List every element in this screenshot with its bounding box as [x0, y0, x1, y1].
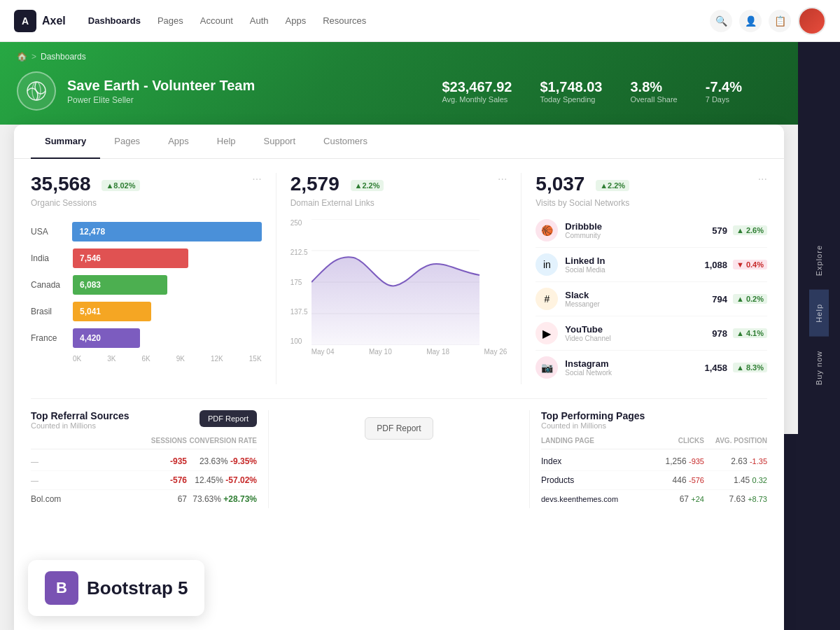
hero-info: Save Earth - Volunteer Team Power Elite …: [67, 78, 255, 105]
tabs-bar: Summary Pages Apps Help Support Customer…: [14, 125, 784, 159]
y-2125: 212.5: [290, 248, 312, 256]
bar-row-india: India 7,546: [31, 248, 262, 268]
x-may04: May 04: [312, 348, 335, 356]
referral-section: Top Referral Sources Counted in Millions…: [31, 410, 269, 508]
slack-info: Slack Messanger: [565, 290, 712, 308]
hero-subtitle: Power Elite Seller: [67, 95, 255, 105]
dribbble-info: Dribbble Community: [565, 221, 712, 239]
bar-country-india: India: [31, 253, 66, 263]
bar-country-brasil: Brasil: [31, 307, 66, 316]
instagram-change: ▲ 8.3%: [733, 363, 767, 372]
domain-badge: ▲ 2.2%: [351, 180, 384, 191]
y-1375: 137.5: [290, 308, 312, 316]
metric-dots-1[interactable]: ···: [252, 173, 261, 186]
breadcrumb: 🏠 > Dashboards: [17, 52, 742, 62]
dribbble-type: Community: [565, 232, 712, 239]
linkedin-info: Linked In Social Media: [565, 255, 704, 274]
performing-section: Top Performing Pages Counted in Millions…: [529, 410, 767, 508]
instagram-value: 1,458: [704, 363, 727, 373]
social-value: 5,037 ▲ 2.2%: [536, 173, 629, 195]
right-sidebar: Explore Help Buy now: [798, 0, 840, 630]
organic-label: Organic Sessions: [31, 198, 140, 208]
hero-stat-value3: 3.8%: [630, 79, 677, 95]
notification-icon[interactable]: 👤: [739, 10, 762, 32]
bar-india: 7,546: [73, 248, 188, 268]
middle-bottom-section: PDF Report: [280, 410, 518, 508]
youtube-icon: ▶: [536, 322, 558, 344]
referral-row-3: Bol.com 67 73.63% +28.73%: [31, 490, 257, 508]
brand-icon: A: [14, 10, 36, 32]
instagram-info: Instagram Social Network: [565, 358, 704, 377]
bar-country-usa: USA: [31, 227, 65, 237]
top-grid: 35,568 ▲ 8.02% Organic Sessions ··· USA …: [31, 173, 767, 384]
search-icon[interactable]: 🔍: [710, 10, 732, 32]
bottom-grid: Top Referral Sources Counted in Millions…: [31, 398, 767, 508]
settings-icon[interactable]: 📋: [769, 10, 791, 32]
domain-links-section: 2,579 ▲ 2.2% Domain External Links ··· 2…: [276, 173, 522, 384]
nav-resources[interactable]: Resources: [323, 15, 366, 26]
dashboard-card: Summary Pages Apps Help Support Customer…: [14, 125, 784, 630]
slack-value: 794: [712, 294, 727, 304]
navbar: A Axel Dashboards Pages Account Auth App…: [0, 0, 840, 42]
nav-pages[interactable]: Pages: [158, 15, 183, 26]
social-item-slack: # Slack Messanger 794 ▲ 0.2%: [536, 282, 767, 316]
performing-row-3: devs.keenthemes.com 67 +24 7.63 +8.73: [541, 490, 767, 508]
youtube-info: YouTube Video Channel: [565, 324, 712, 342]
linkedin-name: Linked In: [565, 255, 704, 266]
linkedin-change: ▼ 0.4%: [733, 260, 767, 270]
social-item-linkedin: in Linked In Social Media 1,088 ▼ 0.4%: [536, 248, 767, 282]
performing-subtitle: Counted in Millions: [541, 421, 645, 430]
slack-name: Slack: [565, 290, 712, 300]
x-may18: May 18: [426, 348, 449, 356]
avatar[interactable]: [798, 7, 826, 35]
youtube-name: YouTube: [565, 324, 712, 335]
y-100: 100: [290, 337, 312, 345]
domain-label: Domain External Links: [290, 198, 384, 208]
brand[interactable]: A Axel: [14, 10, 66, 32]
home-icon[interactable]: 🏠: [17, 52, 27, 62]
hero-content: Save Earth - Volunteer Team Power Elite …: [17, 71, 742, 125]
social-badge: ▲ 2.2%: [596, 180, 629, 191]
nav-account[interactable]: Account: [200, 15, 233, 26]
sidebar-help-button[interactable]: Help: [809, 290, 829, 337]
referral-table-header: SESSIONS CONVERSION RATE: [31, 433, 257, 449]
line-chart: 250 212.5 175 137.5 100: [290, 219, 507, 356]
hero-stat-value4: -7.4%: [706, 79, 742, 95]
social-item-instagram: 📷 Instagram Social Network 1,458 ▲ 8.3%: [536, 351, 767, 384]
axis-15k: 15K: [249, 355, 262, 363]
tab-support[interactable]: Support: [250, 125, 310, 159]
hero-stats: $23,467.92 Avg. Monthly Sales $1,748.03 …: [442, 79, 742, 104]
sidebar-explore-button[interactable]: Explore: [809, 231, 829, 290]
youtube-change: ▲ 4.1%: [733, 328, 767, 338]
hero-stat-share: 3.8% Overall Share: [630, 79, 677, 104]
organic-value: 35,568 ▲ 8.02%: [31, 173, 140, 195]
hero-stat-value: $23,467.92: [442, 79, 512, 95]
nav-dashboards[interactable]: Dashboards: [88, 15, 141, 26]
sidebar-buynow-button[interactable]: Buy now: [809, 337, 829, 399]
metric-dots-3[interactable]: ···: [758, 173, 767, 186]
bar-country-france: France: [31, 333, 66, 343]
hero-logo: [17, 71, 56, 111]
tab-apps[interactable]: Apps: [154, 125, 203, 159]
metric-dots-2[interactable]: ···: [498, 173, 507, 186]
x-may10: May 10: [369, 348, 392, 356]
pdf-report-button[interactable]: PDF Report: [365, 417, 433, 440]
tab-summary[interactable]: Summary: [31, 125, 100, 159]
instagram-name: Instagram: [565, 358, 704, 369]
nav-auth[interactable]: Auth: [250, 15, 269, 26]
axis-12k: 12K: [211, 355, 223, 363]
referral-row-2: — -576 12.45% -57.02%: [31, 471, 257, 490]
social-networks-section: 5,037 ▲ 2.2% Visits by Social Networks ·…: [522, 173, 767, 384]
breadcrumb-separator: >: [31, 52, 36, 62]
tab-pages[interactable]: Pages: [100, 125, 154, 159]
nav-apps[interactable]: Apps: [286, 15, 307, 26]
social-list: 🏀 Dribbble Community 579 ▲ 2.6% in Linke…: [536, 214, 767, 384]
youtube-value: 978: [712, 328, 727, 339]
tab-help[interactable]: Help: [203, 125, 250, 159]
performing-table-header: LANDING PAGE CLICKS AVG. POSITION: [541, 433, 767, 449]
linkedin-value: 1,088: [704, 260, 727, 270]
slack-icon: #: [536, 288, 558, 310]
referral-pdf-button[interactable]: PDF Report: [200, 410, 257, 427]
bootstrap-icon: B: [45, 571, 78, 605]
tab-customers[interactable]: Customers: [309, 125, 382, 159]
